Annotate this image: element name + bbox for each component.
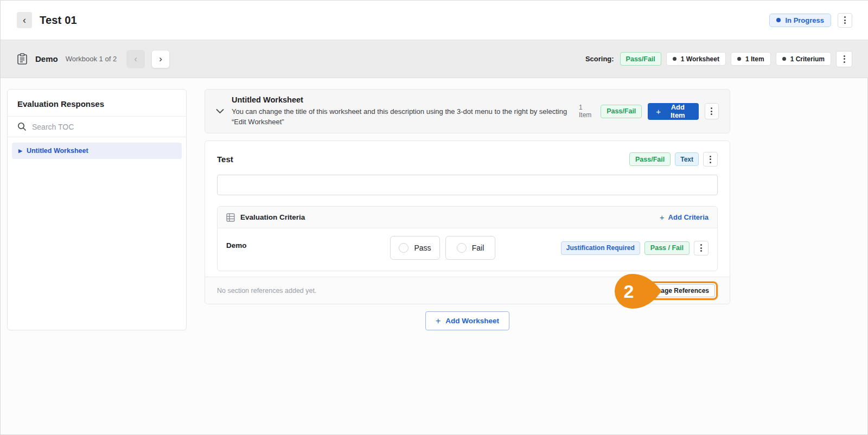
triangle-right-icon: ▶ bbox=[18, 148, 22, 153]
kebab-icon bbox=[710, 156, 711, 157]
kebab-icon bbox=[844, 16, 846, 18]
next-workbook-button[interactable]: › bbox=[151, 50, 170, 68]
radio-icon bbox=[399, 243, 409, 253]
workbook-bar: Demo Workbook 1 of 2 ‹ › Scoring: Pass/F… bbox=[1, 40, 868, 78]
justification-required-badge: Justification Required bbox=[561, 241, 640, 255]
worksheet-scoring-badge: Pass/Fail bbox=[601, 105, 642, 118]
plus-icon: + bbox=[660, 213, 665, 222]
plus-icon: + bbox=[656, 107, 661, 116]
manage-references-button[interactable]: Manage References bbox=[642, 284, 715, 297]
count-dot-icon bbox=[673, 57, 676, 61]
workbook-name: Demo bbox=[35, 54, 58, 63]
item-header-actions: Pass/Fail Text bbox=[629, 152, 718, 167]
workbook-position: Workbook 1 of 2 bbox=[66, 55, 117, 63]
worksheet-description: You can change the title of this workshe… bbox=[232, 106, 579, 127]
criteria-header: Evaluation Criteria + Add Criteria bbox=[218, 207, 717, 228]
criteria-title: Evaluation Criteria bbox=[240, 213, 305, 221]
worksheet-item-count: 1 Item bbox=[579, 104, 595, 119]
search-icon bbox=[17, 122, 27, 131]
criterion-row: Demo Pass Fail Justification Required bbox=[218, 228, 717, 271]
count-dot-icon bbox=[782, 57, 786, 61]
worksheet-header-text: Untitled Worksheet You can change the ti… bbox=[232, 95, 579, 127]
worksheet-kebab-menu-button[interactable] bbox=[705, 103, 719, 119]
worksheet-body-card: Test Pass/Fail Text bbox=[205, 140, 730, 304]
kebab-icon bbox=[711, 107, 712, 109]
app-window: ‹ Test 01 In Progress Demo Workbook 1 of… bbox=[0, 0, 868, 435]
count-dot-icon bbox=[737, 57, 741, 61]
criterium-count-badge: 1 Criterium bbox=[776, 52, 831, 66]
sidebar-item-label: Untitled Worksheet bbox=[27, 147, 88, 155]
scoring-summary: Scoring: Pass/Fail 1 Worksheet 1 Item 1 … bbox=[585, 51, 852, 67]
item-title: Test bbox=[217, 155, 233, 164]
prev-workbook-button[interactable]: ‹ bbox=[126, 50, 145, 68]
item-scoring-badge: Pass/Fail bbox=[629, 152, 671, 166]
toc-list: ▶ Untitled Worksheet bbox=[8, 137, 186, 164]
status-badge: In Progress bbox=[769, 14, 831, 27]
collapse-worksheet-button[interactable] bbox=[216, 108, 224, 114]
header-actions: In Progress bbox=[769, 13, 852, 28]
item-type-badge: Text bbox=[675, 152, 699, 166]
fail-option-button[interactable]: Fail bbox=[445, 236, 495, 260]
criterion-kebab-menu-button[interactable] bbox=[694, 241, 709, 255]
item-section: Test Pass/Fail Text bbox=[205, 141, 730, 282]
page-title: Test 01 bbox=[40, 14, 77, 27]
radio-icon bbox=[457, 243, 467, 253]
add-worksheet-row: + Add Worksheet bbox=[205, 311, 730, 330]
chevron-down-icon bbox=[216, 108, 224, 114]
clipboard-icon bbox=[17, 53, 28, 65]
worksheet-title: Untitled Worksheet bbox=[232, 95, 579, 104]
sidebar-item-untitled-worksheet[interactable]: ▶ Untitled Worksheet bbox=[12, 143, 182, 159]
item-header: Test Pass/Fail Text bbox=[217, 152, 718, 167]
chevron-left-icon: ‹ bbox=[134, 54, 137, 65]
criterion-name: Demo bbox=[226, 236, 390, 250]
chevron-right-icon: › bbox=[159, 54, 162, 65]
header-kebab-menu-button[interactable] bbox=[838, 13, 852, 28]
worksheet-count-badge: 1 Worksheet bbox=[666, 52, 726, 66]
status-label: In Progress bbox=[785, 16, 824, 24]
kebab-icon bbox=[844, 55, 845, 57]
references-empty-text: No section references added yet. bbox=[217, 287, 316, 295]
item-kebab-menu-button[interactable] bbox=[703, 152, 718, 167]
chevron-left-icon: ‹ bbox=[23, 15, 26, 26]
pass-option-button[interactable]: Pass bbox=[390, 236, 440, 260]
add-criteria-button[interactable]: + Add Criteria bbox=[660, 213, 709, 222]
worksheet-header-actions: 1 Item Pass/Fail + Add Item bbox=[579, 103, 719, 120]
worksheet-header-card: Untitled Worksheet You can change the ti… bbox=[205, 89, 730, 133]
criterion-badges: Justification Required Pass / Fail bbox=[561, 241, 709, 255]
annotation-highlight-ring: Manage References bbox=[639, 282, 718, 300]
section-references-footer: No section references added yet. Manage … bbox=[205, 277, 730, 304]
plus-icon: + bbox=[436, 316, 441, 326]
criterion-scoring-badge: Pass / Fail bbox=[644, 241, 690, 255]
add-worksheet-button[interactable]: + Add Worksheet bbox=[425, 311, 509, 330]
add-item-button[interactable]: + Add Item bbox=[648, 103, 698, 120]
top-header: ‹ Test 01 In Progress bbox=[1, 1, 868, 40]
table-grid-icon bbox=[226, 213, 235, 222]
status-dot-icon bbox=[776, 18, 781, 22]
search-input[interactable] bbox=[32, 123, 162, 131]
item-response-input[interactable] bbox=[217, 175, 718, 195]
sidebar-title: Evaluation Responses bbox=[8, 89, 186, 116]
toc-search bbox=[8, 117, 186, 137]
criterion-options: Pass Fail bbox=[390, 236, 495, 260]
evaluation-responses-panel: Evaluation Responses ▶ Untitled Workshee… bbox=[7, 89, 187, 330]
evaluation-criteria-card: Evaluation Criteria + Add Criteria Demo … bbox=[217, 206, 718, 271]
scoring-value-badge: Pass/Fail bbox=[620, 52, 661, 66]
item-count-badge: 1 Item bbox=[731, 52, 771, 66]
scoring-label: Scoring: bbox=[585, 55, 614, 63]
workbook-kebab-menu-button[interactable] bbox=[836, 51, 852, 67]
kebab-icon bbox=[700, 244, 702, 246]
back-button[interactable]: ‹ bbox=[17, 12, 32, 28]
